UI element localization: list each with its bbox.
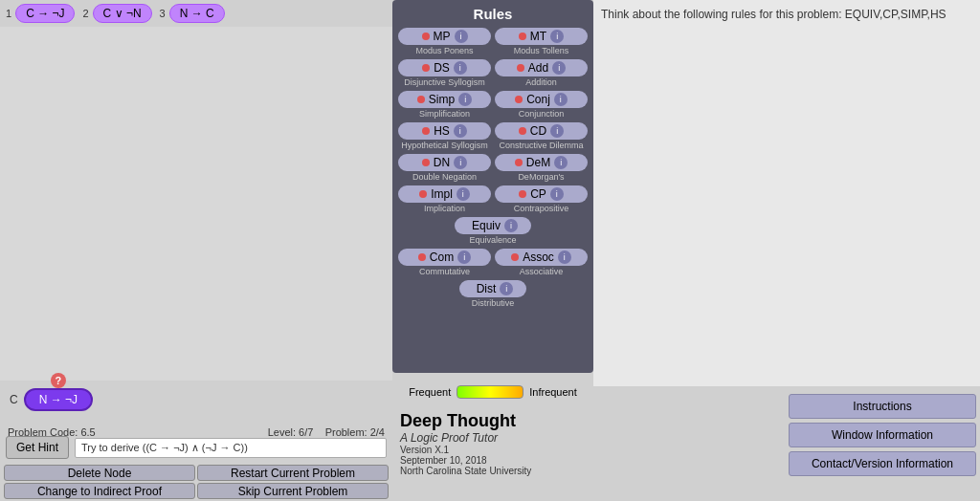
deep-thought-title: Deep Thought [400, 411, 586, 431]
add-info-icon[interactable]: i [552, 61, 566, 75]
dem-info-icon[interactable]: i [554, 156, 568, 169]
rule-equiv-button[interactable]: Equiv i [455, 217, 531, 234]
mt-full: Modus Tollens [514, 46, 568, 55]
rule-dist-button[interactable]: Dist i [459, 280, 527, 297]
freq-label-left: Frequent [409, 386, 451, 398]
rule-assoc: Assoc i Associative [495, 249, 588, 276]
hs-dot [422, 127, 430, 135]
mt-dot [519, 33, 526, 40]
add-full: Addition [525, 77, 557, 87]
rule-dem: DeM i DeMorgan's [495, 154, 588, 182]
dem-label: DeM [526, 156, 550, 169]
rule-cd-button[interactable]: CD i [495, 122, 588, 140]
premise-1-pill[interactable]: C → ¬J [15, 4, 75, 23]
dn-dot [422, 159, 430, 166]
rule-dn-button[interactable]: DN i [398, 154, 491, 171]
rules-title: Rules [398, 6, 588, 22]
assoc-dot [511, 253, 519, 261]
hs-info-icon[interactable]: i [454, 124, 467, 138]
dist-info-icon[interactable]: i [500, 282, 513, 295]
cd-label: CD [530, 124, 546, 138]
freq-bar: Frequent Infrequent [392, 378, 593, 406]
simp-label: Simp [429, 93, 455, 106]
premise-1-number: 1 [6, 8, 11, 19]
premise-bar: 1 C → ¬J 2 C ∨ ¬N 3 N → C [0, 0, 392, 27]
mp-info-icon[interactable]: i [455, 30, 468, 43]
dist-full: Distributive [472, 298, 515, 308]
deep-thought-org: North Carolina State University [400, 466, 586, 476]
deep-thought-panel: Deep Thought A Logic Proof Tutor Version… [392, 405, 593, 501]
premise-2: 2 C ∨ ¬N [82, 4, 151, 23]
get-hint-button[interactable]: Get Hint [6, 436, 69, 459]
ds-full: Disjunctive Syllogism [404, 77, 485, 87]
node-formula[interactable]: N → ¬J [24, 388, 93, 411]
com-label: Com [430, 250, 454, 264]
premise-2-pill[interactable]: C ∨ ¬N [93, 4, 152, 23]
node-box[interactable]: ? N → ¬J [24, 388, 93, 411]
equiv-info-icon[interactable]: i [504, 219, 518, 232]
cd-dot [519, 127, 526, 135]
add-label: Add [528, 61, 548, 75]
dist-label: Dist [477, 282, 497, 295]
rule-mp: MP i Modus Ponens [398, 28, 491, 55]
premise-3-pill[interactable]: N → C [169, 4, 225, 23]
rule-ds: DS i Disjunctive Syllogism [398, 59, 491, 87]
impl-info-icon[interactable]: i [457, 187, 470, 201]
right-panel: Think about the following rules for this… [593, 0, 980, 386]
rule-add-button[interactable]: Add i [495, 59, 588, 76]
assoc-info-icon[interactable]: i [558, 250, 571, 264]
rule-com-button[interactable]: Com i [398, 249, 491, 266]
hs-full: Hypothetical Syllogism [401, 141, 488, 150]
rule-mt: MT i Modus Tollens [495, 28, 588, 55]
hs-label: HS [434, 124, 450, 138]
delete-node-button[interactable]: Delete Node [4, 465, 195, 481]
cp-info-icon[interactable]: i [550, 187, 564, 201]
deep-thought-subtitle: A Logic Proof Tutor [400, 431, 586, 445]
rule-cp-button[interactable]: CP i [495, 185, 588, 203]
assoc-full: Associative [520, 267, 564, 276]
ds-dot [422, 64, 430, 72]
deep-thought-version: Version X.1 [400, 445, 586, 455]
skip-button[interactable]: Skip Current Problem [197, 483, 389, 499]
change-indirect-button[interactable]: Change to Indirect Proof [4, 483, 195, 499]
add-dot [517, 64, 524, 72]
node-letter: C [10, 393, 18, 406]
impl-label: Impl [431, 187, 453, 201]
rule-dem-button[interactable]: DeM i [495, 154, 588, 171]
instructions-button[interactable]: Instructions [789, 394, 976, 419]
rule-impl: Impl i Implication [398, 185, 491, 213]
rules-grid: MP i Modus Ponens MT i Modus Tollens DS … [398, 28, 588, 308]
bottom-buttons: Delete Node Restart Current Problem Chan… [0, 463, 392, 501]
dn-info-icon[interactable]: i [454, 156, 467, 169]
ds-label: DS [434, 61, 450, 75]
cd-info-icon[interactable]: i [550, 124, 564, 138]
simp-info-icon[interactable]: i [458, 93, 472, 106]
restart-button[interactable]: Restart Current Problem [197, 465, 389, 481]
rule-ds-button[interactable]: DS i [398, 59, 491, 76]
rule-impl-button[interactable]: Impl i [398, 185, 491, 203]
ds-info-icon[interactable]: i [454, 61, 467, 75]
rule-conj-button[interactable]: Conj i [495, 91, 588, 108]
rule-conj: Conj i Conjunction [495, 91, 588, 119]
premise-3-number: 3 [160, 8, 166, 19]
conj-info-icon[interactable]: i [554, 93, 568, 106]
instructions-text: Think about the following rules for this… [601, 8, 947, 21]
mt-info-icon[interactable]: i [550, 30, 564, 43]
rule-mt-button[interactable]: MT i [495, 28, 588, 45]
rule-assoc-button[interactable]: Assoc i [495, 249, 588, 266]
node-area: C ? N → ¬J [0, 384, 392, 415]
mt-label: MT [530, 30, 546, 43]
question-mark-icon: ? [51, 373, 66, 388]
rule-mp-button[interactable]: MP i [398, 28, 491, 45]
rule-hs-button[interactable]: HS i [398, 122, 491, 140]
dem-dot [515, 159, 523, 166]
mp-full: Modus Ponens [415, 46, 473, 55]
rule-hs: HS i Hypothetical Syllogism [398, 122, 491, 150]
com-info-icon[interactable]: i [457, 250, 471, 264]
contact-button[interactable]: Contact/Version Information [789, 451, 976, 476]
rule-com: Com i Commutative [398, 249, 491, 276]
hint-bar: Get Hint Try to derive ((C → ¬J) ∧ (¬J →… [0, 432, 392, 463]
window-info-button[interactable]: Window Information [789, 423, 976, 447]
premise-2-number: 2 [82, 8, 88, 19]
rule-simp-button[interactable]: Simp i [398, 91, 491, 108]
